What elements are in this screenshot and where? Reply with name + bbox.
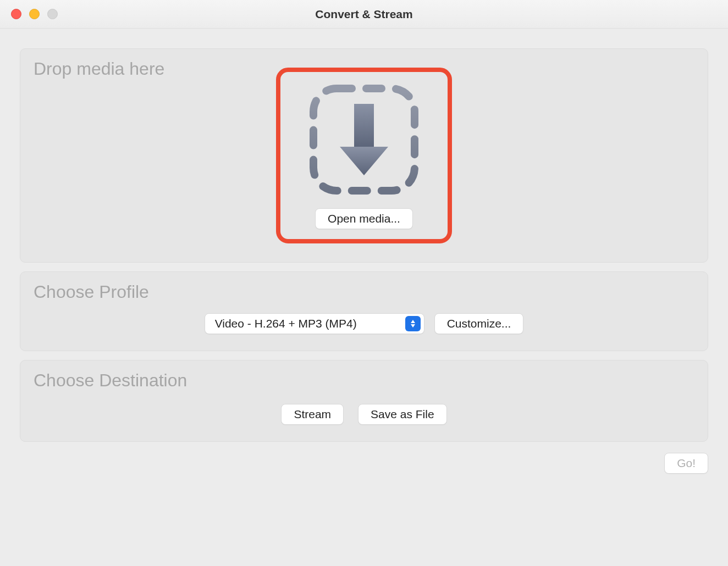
select-arrows-icon — [405, 316, 421, 331]
choose-destination-title: Choose Destination — [34, 370, 694, 391]
svg-marker-3 — [411, 320, 415, 323]
stream-button[interactable]: Stream — [281, 404, 344, 425]
drop-media-panel[interactable]: Drop media here — [20, 48, 708, 263]
open-media-button[interactable]: Open media... — [315, 208, 413, 229]
window-controls — [11, 9, 58, 19]
save-as-file-button[interactable]: Save as File — [358, 404, 447, 425]
close-window-button[interactable] — [11, 9, 21, 19]
profile-select-value: Video - H.264 + MP3 (MP4) — [215, 317, 405, 330]
svg-rect-1 — [354, 104, 374, 148]
footer: Go! — [0, 442, 728, 474]
choose-profile-title: Choose Profile — [34, 282, 694, 302]
svg-marker-4 — [411, 324, 415, 328]
profile-select[interactable]: Video - H.264 + MP3 (MP4) — [205, 313, 424, 334]
highlighted-region: Open media... — [276, 68, 452, 243]
titlebar: Convert & Stream — [0, 0, 728, 29]
svg-marker-2 — [340, 147, 388, 175]
drop-arrow-icon — [304, 82, 424, 197]
choose-destination-panel: Choose Destination Stream Save as File — [20, 360, 708, 442]
customize-button[interactable]: Customize... — [434, 313, 524, 334]
main-content: Drop media here — [0, 29, 728, 442]
window-title: Convert & Stream — [315, 8, 412, 21]
minimize-window-button[interactable] — [29, 9, 40, 19]
fullscreen-window-button — [47, 9, 58, 19]
go-button: Go! — [664, 453, 708, 474]
choose-profile-panel: Choose Profile Video - H.264 + MP3 (MP4)… — [20, 271, 708, 351]
